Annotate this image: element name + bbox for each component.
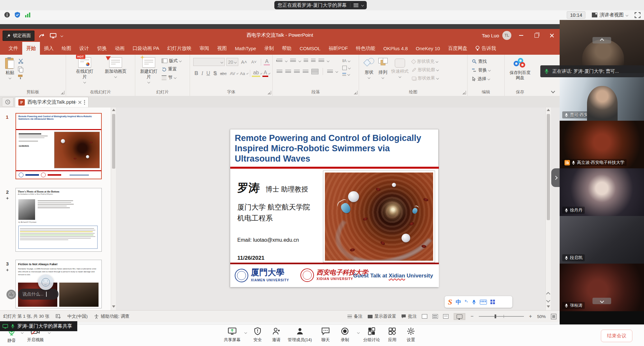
cut-icon[interactable] — [18, 59, 24, 64]
restore-button[interactable] — [529, 29, 544, 42]
record-button[interactable]: 录制 — [341, 327, 349, 343]
tab-home[interactable]: 开始 — [22, 42, 40, 55]
shapes-button[interactable]: 形状 — [364, 55, 374, 81]
lock-screen-tooltip[interactable]: 锁定画面 — [3, 31, 34, 41]
ime-keyboard-icon[interactable] — [480, 300, 487, 304]
new-document-tab-button[interactable] — [70, 98, 79, 106]
layout-button[interactable]: 版式 — [162, 58, 181, 64]
shrink-font-icon[interactable]: A˅ — [250, 60, 258, 64]
text-direction-button[interactable]: ‖A — [342, 59, 350, 63]
line-spacing-icon[interactable] — [318, 59, 324, 63]
copy-icon[interactable] — [18, 67, 23, 72]
shape-fill-button[interactable]: 形状填充 — [412, 59, 439, 64]
scroll-up-icon[interactable] — [547, 109, 550, 111]
convert-smartart-button[interactable] — [342, 73, 350, 76]
banner-caret-icon[interactable] — [361, 4, 364, 6]
tab-comsol[interactable]: COMSOL — [296, 42, 325, 55]
format-painter-icon[interactable] — [18, 75, 23, 79]
avatar[interactable]: TL — [502, 31, 511, 40]
close-button[interactable] — [544, 29, 560, 42]
italic-button[interactable]: I — [200, 70, 204, 76]
tab-view[interactable]: 视图 — [213, 42, 231, 55]
tab-review[interactable]: 审阅 — [195, 42, 213, 55]
redo-icon[interactable] — [39, 33, 45, 39]
slide-counter[interactable]: 幻灯片 第 1 张, 共 30 张 — [3, 313, 49, 319]
network-signal-icon[interactable] — [24, 12, 31, 18]
highlight-color-button[interactable]: ab — [252, 70, 260, 77]
paste-button[interactable]: 粘贴 — [5, 55, 15, 79]
tab-animations[interactable]: 动画 — [111, 42, 128, 55]
scroll-up-icon[interactable] — [112, 109, 115, 111]
tab-baidu-netdisk[interactable]: 百度网盘 — [444, 42, 471, 55]
tab-special-features[interactable]: 特色功能 — [352, 42, 379, 55]
columns-icon[interactable] — [327, 70, 333, 74]
zoom-level[interactable]: 50% — [537, 314, 546, 319]
comments-button[interactable]: 批注 — [401, 313, 417, 319]
zoom-in-button[interactable]: + — [529, 313, 532, 319]
tab-mathtype[interactable]: MathType — [231, 42, 260, 55]
align-text-button[interactable] — [342, 66, 350, 70]
collapse-ribbon-icon[interactable] — [551, 89, 555, 93]
font-dialog-launcher[interactable] — [268, 91, 271, 94]
justify-icon[interactable] — [303, 70, 308, 74]
quick-chat-input[interactable]: 说点什么... — [18, 289, 59, 300]
tab-transitions[interactable]: 切换 — [93, 42, 111, 55]
clipboard-dialog-launcher[interactable] — [61, 91, 64, 94]
arrange-button[interactable]: 排列 — [378, 55, 388, 81]
text-shadow-button[interactable]: S — [212, 70, 218, 76]
manage-members-button[interactable]: 管理成员(14) — [288, 327, 312, 343]
tab-draw[interactable]: 绘图 — [58, 42, 75, 55]
display-settings-button[interactable]: 显示器设置 — [368, 313, 396, 319]
font-color-button[interactable]: A — [262, 70, 269, 77]
ime-mode-chinese[interactable]: 中 — [456, 298, 461, 306]
tab-onekey[interactable]: OneKey 10 — [412, 42, 444, 55]
breakout-rooms-button[interactable]: 分组讨论 — [363, 327, 380, 343]
slideshow-qat-icon[interactable] — [50, 33, 56, 38]
tab-design[interactable]: 设计 — [75, 42, 93, 55]
change-case-button[interactable]: Aa — [239, 71, 246, 76]
sidebar-scroll-down-button[interactable] — [592, 298, 611, 304]
participant-video[interactable]: 曹可-西安电子科技大学 — [560, 73, 644, 121]
char-spacing-button[interactable]: AV — [229, 71, 236, 76]
sidebar-collapse-handle[interactable] — [551, 168, 560, 187]
font-size-combo[interactable]: 20 — [226, 58, 238, 66]
zoom-slider[interactable] — [479, 316, 524, 317]
grow-font-icon[interactable]: A˄ — [240, 59, 249, 65]
tab-slideshow[interactable]: 幻灯片放映 — [163, 42, 195, 55]
clear-format-icon[interactable]: A — [264, 59, 270, 65]
paragraph-dialog-launcher[interactable] — [354, 91, 357, 94]
scroll-down-icon[interactable] — [112, 305, 115, 308]
reset-button[interactable]: 重置 — [162, 66, 181, 72]
security-button[interactable]: 安全 — [253, 327, 262, 343]
new-slide-button[interactable]: 新建幻灯片 — [138, 55, 159, 83]
chat-button[interactable]: 聊天 — [321, 327, 330, 343]
slide-thumbnail-1[interactable]: Remote Powering and Control of Biologica… — [15, 113, 102, 179]
save-to-baidu-button[interactable]: 保存到百度网盘 — [505, 55, 535, 81]
align-left-icon[interactable] — [277, 70, 282, 74]
replace-button[interactable]: 替换 — [472, 67, 504, 73]
normal-view-button[interactable] — [422, 314, 427, 319]
tab-okplus[interactable]: OKPlus 4.8 — [379, 42, 412, 55]
ime-toolbox-icon[interactable] — [490, 300, 495, 304]
apps-button[interactable]: 应用 — [388, 327, 396, 343]
participant-video-partial[interactable] — [560, 311, 644, 324]
tab-insert[interactable]: 插入 — [40, 42, 58, 55]
online-slides-button[interactable]: HOT 在线幻灯片 — [72, 55, 98, 83]
reaction-bubble[interactable] — [38, 275, 53, 290]
banner-menu-icon[interactable] — [354, 4, 358, 7]
fullscreen-icon[interactable] — [634, 12, 641, 18]
language-status[interactable]: 中文(中国) — [67, 313, 88, 319]
tab-record[interactable]: 录制 — [260, 42, 278, 55]
sogou-logo[interactable]: S — [448, 298, 452, 306]
minimize-button[interactable] — [513, 29, 529, 42]
zoom-out-button[interactable]: − — [470, 313, 473, 319]
section-button[interactable]: 节 — [162, 75, 181, 80]
participant-video[interactable]: 徐丹丹 — [560, 168, 644, 216]
qat-more-icon[interactable] — [61, 34, 63, 37]
tab-foxit-pdf[interactable]: 福昕PDF — [325, 42, 352, 55]
underline-button[interactable]: U — [205, 70, 212, 76]
select-button[interactable]: 选择 — [472, 76, 504, 82]
decrease-indent-icon[interactable] — [304, 59, 308, 63]
ime-punctuation-icon[interactable]: °· — [465, 299, 468, 304]
ime-toolbar[interactable]: S 中 °· — [445, 296, 512, 308]
